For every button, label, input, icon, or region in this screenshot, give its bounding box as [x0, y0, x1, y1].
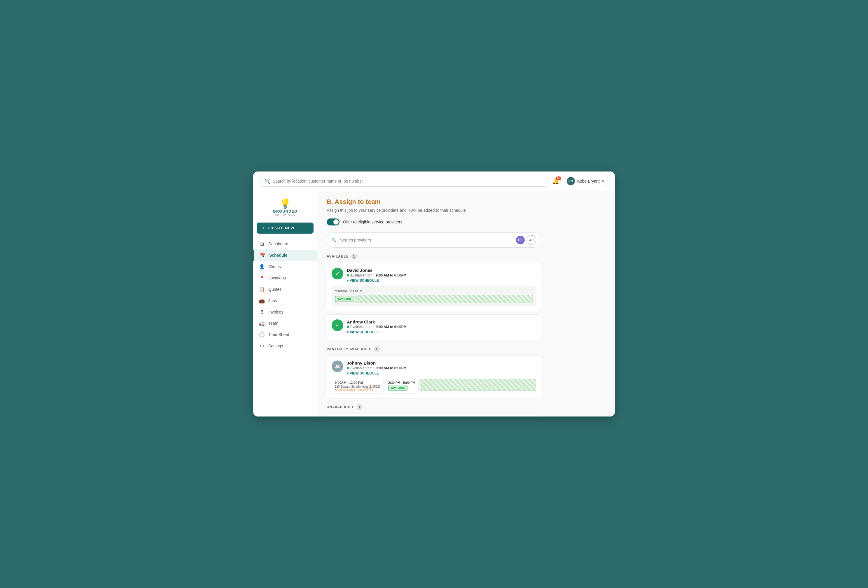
partial-section: PARTIALLY AVAILABLE 1 JB Johnny Bison Av… — [327, 346, 541, 399]
available-label: AVAILABLE 1 — [327, 253, 541, 259]
avail-chip-dj: Available — [335, 296, 354, 302]
sidebar-item-dashboard[interactable]: ⊞ Dashboard — [253, 238, 317, 250]
hatched-bar-sm-jb — [420, 379, 536, 390]
view-schedule-ac[interactable]: ▾ VIEW SCHEDULE — [347, 330, 536, 334]
sidebar-label-clients: Clients — [268, 264, 281, 269]
unavailable-label: UNAVAILABLE 1 — [327, 404, 541, 410]
timeline-bar-dj: Available — [335, 295, 533, 303]
selected-avatar-dj: DJ — [515, 235, 525, 245]
invoices-icon: 🖥 — [259, 309, 265, 315]
provider-search-row: 🔍 DJ AC — [327, 232, 541, 248]
sidebar-label-dashboard: Dashboard — [268, 241, 288, 246]
sidebar-item-invoices[interactable]: 🖥 Invoices — [253, 307, 317, 318]
right-gutter — [610, 191, 615, 417]
sidebar-item-locations[interactable]: 📍 Locations — [253, 272, 317, 284]
avail-dot-dj — [347, 274, 349, 276]
notification-badge: 9+ — [556, 176, 561, 180]
provider-avail-dj: Available from 9:00 AM to 6:00PM — [347, 273, 536, 277]
global-search-bar[interactable]: 🔍 — [260, 176, 548, 187]
content-area: B. Assign to team Assign this job to you… — [317, 191, 610, 417]
dashboard-icon: ⊞ — [259, 241, 265, 247]
provider-card-johnny-bison: JB Johnny Bison Available from 9:00 AM t… — [327, 356, 541, 399]
offer-eligible-toggle[interactable] — [327, 219, 340, 226]
timeline-time-dj: 9:00AM - 6:00PM — [335, 289, 533, 293]
provider-header-ac: ✓ Andrew Clark Available from 9:00 AM to… — [332, 319, 536, 334]
sidebar-label-invoices: Invoices — [268, 310, 283, 315]
provider-info-jb: Johnny Bison Available from 9:00 AM to 6… — [347, 360, 536, 375]
sidebar-item-team[interactable]: 🚛 Team — [253, 318, 317, 329]
sidebar-item-quotes[interactable]: 📋 Quotes — [253, 284, 317, 295]
create-new-label: CREATE NEW — [268, 226, 294, 230]
sidebar: 💡 GROUNDED SOLUTIONS ＋ CREATE NEW ⊞ Dash… — [253, 191, 317, 417]
logo-area: 💡 GROUNDED SOLUTIONS — [253, 196, 317, 223]
avail-dot-jb — [347, 367, 349, 369]
provider-avatar-dj: ✓ — [332, 268, 343, 279]
notification-button[interactable]: 🔔 9+ — [552, 177, 559, 185]
view-schedule-jb[interactable]: ▾ VIEW SCHEDULE — [347, 371, 536, 375]
schedule-icon: 📅 — [260, 253, 266, 258]
main-layout: 💡 GROUNDED SOLUTIONS ＋ CREATE NEW ⊞ Dash… — [253, 191, 615, 417]
partial-label: PARTIALLY AVAILABLE 1 — [327, 346, 541, 352]
hatched-bar-dj — [356, 295, 533, 303]
job-block-jb: 9:00AM - 12:00 PM 123 Edward St, Winnetk… — [332, 379, 384, 393]
user-name: Kobe Bryant — [577, 179, 600, 183]
sidebar-item-jobs[interactable]: 💼 Jobs — [253, 295, 317, 307]
provider-search-icon: 🔍 — [332, 238, 337, 242]
provider-card-andrew-clark: ✓ Andrew Clark Available from 9:00 AM to… — [327, 315, 541, 340]
provider-name-dj: David Jones — [347, 268, 536, 273]
available-section: AVAILABLE 1 ✓ David Jones Available from… — [327, 253, 541, 340]
toggle-label: Offer to eligible service providers — [343, 220, 403, 224]
selected-provider-avatars: DJ AC — [515, 235, 536, 245]
provider-card-david-jones: ✓ David Jones Available from 9:00 AM to … — [327, 263, 541, 311]
global-search-input[interactable] — [273, 179, 543, 183]
sidebar-label-timesheet: Time Sheet — [268, 332, 289, 337]
timesheet-icon: 🕐 — [259, 332, 265, 337]
top-bar: 🔍 🔔 9+ KB Kobe Bryant ▾ — [253, 171, 615, 191]
provider-avail-ac: Available from 9:00 AM to 6:00PM — [347, 325, 536, 329]
unavailable-count-badge: 1 — [357, 404, 363, 410]
job-block-link-jb: Kendrick Lamar - Job #76734 — [335, 388, 381, 392]
sidebar-item-timesheet[interactable]: 🕐 Time Sheet — [253, 329, 317, 340]
sidebar-item-settings[interactable]: ⚙ Settings — [253, 340, 317, 352]
job-block-addr-jb: 123 Edward St, Winnetka, IL 68823 — [335, 385, 381, 388]
user-chevron-icon: ▾ — [602, 179, 604, 183]
provider-avatar-jb: JB — [332, 360, 343, 372]
timeline-dj: 9:00AM - 6:00PM Available — [332, 286, 536, 306]
sidebar-label-schedule: Schedule — [269, 253, 287, 257]
chevron-down-icon-jb: ▾ — [347, 371, 348, 375]
sidebar-item-schedule[interactable]: 📅 Schedule — [253, 250, 317, 261]
sidebar-label-team: Team — [268, 321, 278, 325]
chevron-down-icon: ▾ — [347, 279, 348, 283]
available-count-badge: 1 — [351, 253, 357, 259]
unavailable-section: UNAVAILABLE 1 DB 💡 — [327, 404, 541, 417]
content-inner: B. Assign to team Assign this job to you… — [317, 191, 551, 417]
sidebar-item-clients[interactable]: 👤 Clients — [253, 261, 317, 272]
avail-dot-ac — [347, 326, 349, 328]
sidebar-label-locations: Locations — [268, 276, 286, 280]
selected-avatar-ac: AC — [527, 235, 536, 245]
user-menu-button[interactable]: KB Kobe Bryant ▾ — [563, 175, 608, 187]
provider-header-dj: ✓ David Jones Available from 9:00 AM to … — [332, 268, 536, 283]
provider-card-dave-bautista: DB 💡 Dave Bautista Available fr — [327, 414, 541, 417]
provider-info-dj: David Jones Available from 9:00 AM to 6:… — [347, 268, 536, 283]
view-schedule-dj[interactable]: ▾ VIEW SCHEDULE — [347, 279, 536, 283]
sidebar-label-jobs: Jobs — [268, 298, 277, 303]
settings-icon: ⚙ — [259, 343, 265, 349]
top-right-controls: 🔔 9+ KB Kobe Bryant ▾ — [552, 175, 608, 187]
sidebar-label-quotes: Quotes — [268, 287, 282, 292]
jobs-icon: 💼 — [259, 298, 265, 304]
avail-block-time-jb: 2:30 PM - 5:00 PM — [388, 381, 415, 384]
create-new-button[interactable]: ＋ CREATE NEW — [257, 223, 313, 233]
partial-count-badge: 1 — [374, 346, 380, 352]
provider-avatar-ac: ✓ — [332, 319, 343, 331]
chevron-down-icon-ac: ▾ — [347, 330, 348, 334]
job-block-time-jb: 9:00AM - 12:00 PM — [335, 381, 381, 384]
partial-timeline-jb: 9:00AM - 12:00 PM 123 Edward St, Winnetk… — [332, 379, 536, 393]
clients-icon: 👤 — [259, 264, 265, 269]
provider-name-jb: Johnny Bison — [347, 360, 536, 365]
section-desc: Assign this job to your service provider… — [327, 208, 541, 213]
provider-search-input[interactable] — [340, 238, 512, 242]
avail-block-jb: 2:30 PM - 5:00 PM Available — [385, 379, 419, 393]
provider-name-ac: Andrew Clark — [347, 319, 536, 324]
provider-header-jb: JB Johnny Bison Available from 9:00 AM t… — [332, 360, 536, 375]
